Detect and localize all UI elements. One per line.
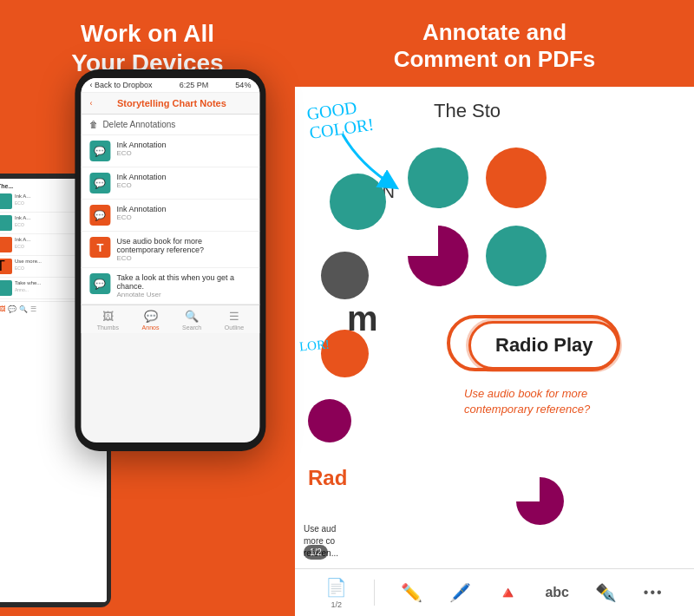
bottom-half-circle bbox=[516, 477, 564, 525]
phone-nav-bar: ‹ Storytelling Chart Notes bbox=[81, 93, 259, 115]
pdf-bottom-toolbar: 📄 1/2 ✏️ 🖊️ 🔺 abc ✒️ bbox=[295, 568, 694, 616]
toolbar-highlight[interactable]: 🔺 bbox=[497, 582, 519, 603]
ann-sub: Annotate User bbox=[116, 291, 251, 298]
right-title-line2: Comment on PDFs bbox=[394, 46, 596, 72]
ann-sub: ECO bbox=[116, 149, 251, 157]
pdf-comment: Use audio book for more contemporary ref… bbox=[464, 386, 620, 417]
app-container: Work on All Your Devices + 📄 🗑 💬 💬 T bbox=[0, 0, 694, 616]
circle-orange bbox=[486, 147, 547, 208]
comment-annotation-icon: 💬 bbox=[89, 273, 110, 294]
tab-outline[interactable]: ☰ Outline bbox=[225, 310, 244, 331]
trash-icon: 🗑 bbox=[89, 120, 98, 129]
pdf-area: The Sto GOODCOLOR! um of N LOR! bbox=[295, 87, 694, 616]
annotation-item-4[interactable]: T Use audio book for more contemporary r… bbox=[81, 232, 259, 268]
radio-play-oval bbox=[447, 315, 620, 371]
page-count: 1/2 bbox=[331, 600, 342, 609]
gray-circle-bottom-left bbox=[308, 399, 351, 442]
thumbs-icon: 🖼 bbox=[102, 310, 114, 323]
ink-annotation-icon: 💬 bbox=[89, 173, 110, 193]
ann-title: Ink Annotation bbox=[116, 173, 251, 181]
phone-mockup: ‹ Back to Dropbox 6:25 PM 54% ‹ Storytel… bbox=[75, 69, 265, 451]
page-icon: 📄 bbox=[325, 577, 347, 598]
left-panel: Work on All Your Devices + 📄 🗑 💬 💬 T bbox=[0, 0, 295, 616]
annotation-item-3[interactable]: 💬 Ink Annotation ECO bbox=[81, 200, 259, 232]
ann-title: Ink Annotation bbox=[116, 141, 251, 149]
text-tool-icon: abc bbox=[545, 585, 569, 600]
tab-annos[interactable]: 💬 Annos bbox=[142, 310, 160, 331]
phone-bottom-tabs: 🖼 Thumbs 💬 Annos 🔍 Search ☰ bbox=[81, 305, 259, 333]
tab-annos-label: Annos bbox=[142, 324, 160, 331]
phone-delete-bar: 🗑 Delete Annotations bbox=[81, 115, 259, 135]
phone-back-label: ‹ Back to Dropbox bbox=[89, 81, 152, 89]
tab-search-label: Search bbox=[182, 324, 201, 331]
pen2-icon: 🖊️ bbox=[449, 582, 471, 603]
phone-nav-title: Storytelling Chart Notes bbox=[92, 98, 251, 108]
tab-outline-label: Outline bbox=[225, 324, 244, 331]
tab-thumbs-label: Thumbs bbox=[97, 324, 119, 331]
tab-thumbs[interactable]: 🖼 Thumbs bbox=[97, 310, 119, 331]
signature-icon: ✒️ bbox=[595, 582, 617, 603]
gray-circle-left bbox=[321, 252, 369, 299]
toolbar-divider bbox=[374, 580, 375, 606]
circle-teal-top bbox=[408, 147, 468, 208]
pdf-doc-title: The Sto bbox=[434, 100, 501, 122]
arrow-annotation bbox=[334, 130, 412, 200]
search-icon: 🔍 bbox=[185, 310, 199, 323]
annotation-list: 💬 Ink Annotation ECO 💬 Ink Annotation EC… bbox=[81, 135, 259, 305]
toolbar-pen2[interactable]: 🖊️ bbox=[449, 582, 471, 603]
phone-battery: 54% bbox=[235, 81, 251, 89]
ann-title: Ink Annotation bbox=[116, 205, 251, 213]
toolbar-text[interactable]: abc bbox=[545, 585, 569, 600]
ann-title: Use audio book for more contemporary ref… bbox=[116, 237, 251, 254]
ann-sub: ECO bbox=[116, 213, 251, 221]
right-panel-title: Annotate and Comment on PDFs bbox=[295, 0, 694, 92]
outline-icon: ☰ bbox=[229, 310, 239, 323]
annotation-item-5[interactable]: 💬 Take a look at this when you get a cha… bbox=[81, 268, 259, 305]
rad-text: Rad bbox=[308, 466, 347, 490]
delete-label: Delete Annotations bbox=[102, 120, 175, 129]
toolbar-more[interactable]: ••• bbox=[644, 585, 664, 600]
tab-search[interactable]: 🔍 Search bbox=[182, 310, 201, 331]
ann-sub: ECO bbox=[116, 254, 251, 262]
color-annotation: LOR! bbox=[298, 337, 330, 355]
phone-status-bar: ‹ Back to Dropbox 6:25 PM 54% bbox=[81, 78, 259, 93]
ink-annotation-icon-red: 💬 bbox=[89, 205, 110, 226]
circles-grid bbox=[408, 147, 551, 291]
toolbar-pen1[interactable]: ✏️ bbox=[401, 582, 422, 603]
circle-purple-half bbox=[408, 226, 468, 286]
highlight-icon: 🔺 bbox=[497, 582, 519, 603]
annos-icon: 💬 bbox=[144, 310, 158, 323]
m-text: m bbox=[347, 299, 378, 338]
ink-annotation-icon: 💬 bbox=[89, 141, 110, 161]
phone-time: 6:25 PM bbox=[180, 81, 209, 89]
circle-teal-right bbox=[486, 226, 547, 286]
toolbar-page-item: 📄 1/2 bbox=[325, 577, 347, 609]
toolbar-signature[interactable]: ✒️ bbox=[595, 582, 617, 603]
ann-title: Take a look at this when you get a chanc… bbox=[116, 273, 251, 291]
more-icon: ••• bbox=[644, 585, 664, 600]
annotation-item-2[interactable]: 💬 Ink Annotation ECO bbox=[81, 167, 259, 200]
right-title-line1: Annotate and bbox=[422, 19, 566, 45]
text-annotation-icon: T bbox=[89, 237, 110, 258]
right-panel: Annotate and Comment on PDFs The Sto GOO… bbox=[295, 0, 694, 616]
ann-sub: ECO bbox=[116, 181, 251, 189]
left-title-line1: Work on All bbox=[81, 20, 214, 47]
pen-icon: ✏️ bbox=[401, 582, 422, 603]
page-number-badge: 1/2 bbox=[304, 545, 328, 560]
annotation-item-1[interactable]: 💬 Ink Annotation ECO bbox=[81, 135, 259, 167]
